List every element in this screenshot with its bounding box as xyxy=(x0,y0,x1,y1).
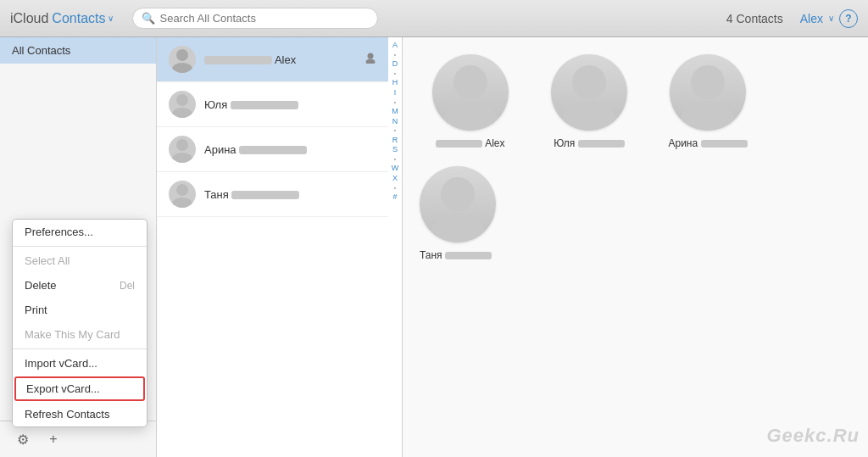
contact-item-4[interactable]: Таня xyxy=(157,172,388,217)
svg-point-4 xyxy=(176,94,188,106)
user-info: Alex ∨ ? xyxy=(800,9,868,28)
contact-card-avatar-4 xyxy=(420,166,496,242)
contact-card-avatar-2 xyxy=(551,54,627,131)
contact-name-1: Alex xyxy=(204,53,296,66)
contact-avatar-2 xyxy=(169,91,196,118)
top-bar: iCloud Contacts ∨ 🔍 4 Contacts Alex ∨ ? xyxy=(0,0,868,37)
menu-item-import-vcard[interactable]: Import vCard... xyxy=(13,351,147,376)
person-icon-3 xyxy=(169,136,196,163)
contact-item-3[interactable]: Арина xyxy=(157,127,388,172)
contact-card-name-4: Таня xyxy=(420,249,492,261)
search-icon: 🔍 xyxy=(142,12,155,25)
contact-list-panel: Alex Юля xyxy=(157,37,403,457)
contact-card-2[interactable]: Юля xyxy=(538,54,640,149)
contacts-grid: Alex Юля xyxy=(420,54,851,261)
contact-card-name-3: Арина xyxy=(668,137,747,149)
menu-item-preferences[interactable]: Preferences... xyxy=(13,220,147,244)
main-content: All Contacts Preferences... Select All D… xyxy=(0,37,868,457)
contact-lastname-blurred-3 xyxy=(239,146,307,154)
contact-card-person-icon-4 xyxy=(420,166,496,242)
contact-lastname-blurred-1 xyxy=(204,56,272,64)
right-panel: Alex Юля xyxy=(403,37,868,457)
menu-item-print[interactable]: Print xyxy=(13,298,147,322)
svg-point-0 xyxy=(176,49,188,61)
sidebar-item-all-contacts[interactable]: All Contacts xyxy=(0,37,156,64)
contact-item-1[interactable]: Alex xyxy=(157,37,388,82)
menu-item-export-vcard[interactable]: Export vCard... xyxy=(14,376,145,401)
contact-card-name-2: Юля xyxy=(554,137,624,149)
contact-lastname-blurred-2 xyxy=(231,101,298,109)
add-contact-button[interactable]: + xyxy=(42,428,64,450)
svg-point-6 xyxy=(176,139,188,151)
svg-point-8 xyxy=(176,184,188,196)
svg-point-14 xyxy=(691,65,725,99)
menu-item-make-my-card[interactable]: Make This My Card xyxy=(13,322,147,347)
svg-point-7 xyxy=(172,153,192,163)
contact-card-person-icon-3 xyxy=(670,54,746,131)
svg-point-13 xyxy=(562,102,616,131)
menu-item-refresh[interactable]: Refresh Contacts xyxy=(13,402,147,426)
menu-item-delete[interactable]: Delete Del xyxy=(13,273,147,298)
icloud-text: iCloud xyxy=(10,11,48,26)
contact-name-2: Юля xyxy=(204,98,298,111)
contact-avatar-3 xyxy=(169,136,196,163)
contact-card-avatar-3 xyxy=(670,54,746,131)
person-icon-indicator xyxy=(364,52,376,67)
svg-point-1 xyxy=(172,63,192,73)
user-chevron-icon[interactable]: ∨ xyxy=(828,14,834,23)
svg-point-2 xyxy=(368,53,374,59)
svg-point-5 xyxy=(172,108,192,118)
contact-card-person-icon-1 xyxy=(432,54,509,131)
context-menu: Preferences... Select All Delete Del Pri… xyxy=(12,219,147,427)
menu-divider-1 xyxy=(13,246,147,247)
svg-point-17 xyxy=(431,214,485,242)
contact-name-4: Таня xyxy=(204,188,299,201)
contact-item-2[interactable]: Юля xyxy=(157,82,388,127)
contacts-app-label[interactable]: Contacts xyxy=(52,11,105,26)
alpha-index[interactable]: A • D • H I • M N • R S • W X • # xyxy=(388,37,402,457)
search-bar[interactable]: 🔍 xyxy=(132,8,378,29)
person-icon-2 xyxy=(169,91,196,118)
menu-divider-2 xyxy=(13,348,147,349)
user-name[interactable]: Alex xyxy=(800,12,823,25)
contact-card-person-icon-2 xyxy=(551,54,627,131)
help-button[interactable]: ? xyxy=(839,9,858,28)
contact-card-avatar-1 xyxy=(432,54,509,131)
contacts-count: 4 Contacts xyxy=(726,12,800,25)
watermark: Geekc.Ru xyxy=(767,425,860,447)
svg-point-16 xyxy=(441,177,475,211)
svg-point-9 xyxy=(172,198,192,208)
menu-item-select-all[interactable]: Select All xyxy=(13,248,147,273)
icloud-logo: iCloud Contacts ∨ xyxy=(0,11,124,26)
gear-button[interactable]: ⚙ xyxy=(12,428,34,450)
contact-avatar-4 xyxy=(169,181,196,208)
contact-card-name-1: Alex xyxy=(436,137,504,149)
search-input[interactable] xyxy=(160,12,369,25)
contact-list: Alex Юля xyxy=(157,37,388,457)
contact-name-3: Арина xyxy=(204,143,307,156)
svg-point-10 xyxy=(453,65,487,99)
svg-point-3 xyxy=(366,59,376,64)
contact-lastname-blurred-4 xyxy=(231,191,299,199)
contact-avatar-1 xyxy=(169,46,196,73)
sidebar: All Contacts Preferences... Select All D… xyxy=(0,37,157,457)
delete-shortcut: Del xyxy=(120,280,135,292)
contact-card-1[interactable]: Alex xyxy=(420,54,521,149)
person-icon-4 xyxy=(169,181,196,208)
svg-point-11 xyxy=(443,102,498,131)
contacts-chevron-icon[interactable]: ∨ xyxy=(108,14,114,23)
person-icon-1 xyxy=(169,46,196,73)
contact-card-4[interactable]: Таня xyxy=(420,166,851,261)
svg-point-15 xyxy=(681,102,735,131)
svg-point-12 xyxy=(572,65,606,99)
contact-card-3[interactable]: Арина xyxy=(657,54,759,149)
